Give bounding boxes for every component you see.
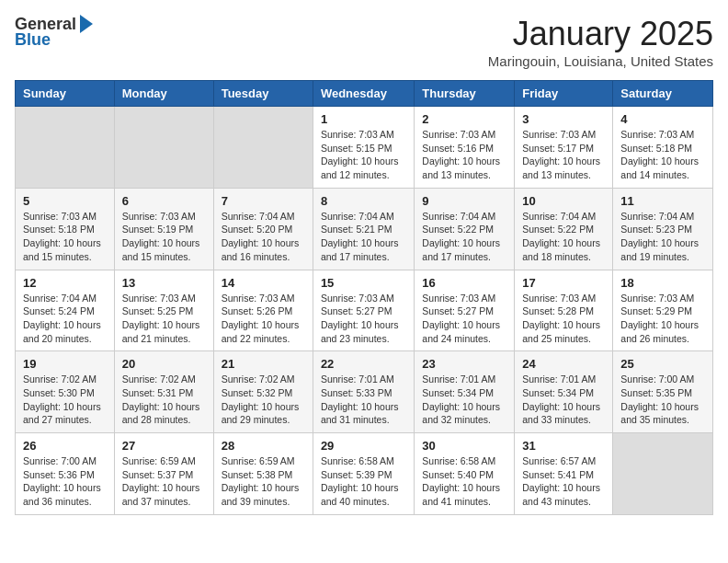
day-number: 5: [23, 194, 107, 208]
day-number: 24: [522, 357, 605, 371]
day-cell: 17Sunrise: 7:03 AMSunset: 5:28 PMDayligh…: [515, 270, 613, 351]
calendar-table: SundayMondayTuesdayWednesdayThursdayFrid…: [15, 80, 713, 515]
day-info: Sunrise: 7:03 AMSunset: 5:17 PMDaylight:…: [522, 128, 605, 182]
day-info: Sunrise: 7:03 AMSunset: 5:25 PMDaylight:…: [122, 292, 206, 346]
day-cell: 19Sunrise: 7:02 AMSunset: 5:30 PMDayligh…: [16, 351, 115, 433]
logo-arrow-icon: [80, 15, 93, 33]
day-number: 22: [321, 357, 406, 371]
day-cell: 1Sunrise: 7:03 AMSunset: 5:15 PMDaylight…: [313, 107, 414, 189]
day-cell: 16Sunrise: 7:03 AMSunset: 5:27 PMDayligh…: [415, 270, 515, 351]
day-cell: [16, 107, 115, 189]
header-row: SundayMondayTuesdayWednesdayThursdayFrid…: [16, 81, 713, 107]
day-number: 31: [522, 439, 605, 453]
day-number: 20: [122, 357, 206, 371]
day-cell: 2Sunrise: 7:03 AMSunset: 5:16 PMDaylight…: [415, 107, 515, 189]
day-info: Sunrise: 7:04 AMSunset: 5:22 PMDaylight:…: [522, 210, 605, 264]
day-info: Sunrise: 7:01 AMSunset: 5:34 PMDaylight:…: [422, 373, 506, 427]
day-cell: 27Sunrise: 6:59 AMSunset: 5:37 PMDayligh…: [114, 433, 213, 515]
day-info: Sunrise: 6:58 AMSunset: 5:40 PMDaylight:…: [422, 454, 506, 509]
day-info: Sunrise: 7:02 AMSunset: 5:30 PMDaylight:…: [23, 373, 107, 427]
day-number: 15: [321, 276, 406, 290]
day-number: 26: [23, 439, 107, 453]
day-info: Sunrise: 7:03 AMSunset: 5:16 PMDaylight:…: [422, 128, 506, 182]
day-info: Sunrise: 7:04 AMSunset: 5:20 PMDaylight:…: [222, 210, 305, 264]
day-info: Sunrise: 7:03 AMSunset: 5:15 PMDaylight:…: [321, 128, 406, 182]
day-cell: 3Sunrise: 7:03 AMSunset: 5:17 PMDaylight…: [515, 107, 613, 189]
logo-blue-text: Blue: [15, 30, 51, 50]
day-cell: 25Sunrise: 7:00 AMSunset: 5:35 PMDayligh…: [613, 351, 713, 433]
day-number: 27: [122, 439, 206, 453]
day-number: 2: [422, 112, 506, 126]
day-cell: 13Sunrise: 7:03 AMSunset: 5:25 PMDayligh…: [114, 270, 213, 351]
day-cell: 10Sunrise: 7:04 AMSunset: 5:22 PMDayligh…: [515, 188, 613, 270]
day-info: Sunrise: 7:03 AMSunset: 5:18 PMDaylight:…: [23, 210, 107, 264]
day-info: Sunrise: 7:01 AMSunset: 5:34 PMDaylight:…: [522, 373, 605, 427]
day-cell: 30Sunrise: 6:58 AMSunset: 5:40 PMDayligh…: [415, 433, 515, 515]
day-number: 7: [222, 194, 305, 208]
header-friday: Friday: [515, 81, 613, 107]
day-number: 17: [522, 276, 605, 290]
day-info: Sunrise: 7:03 AMSunset: 5:29 PMDaylight:…: [620, 292, 705, 346]
day-info: Sunrise: 7:03 AMSunset: 5:28 PMDaylight:…: [522, 292, 605, 346]
day-cell: 15Sunrise: 7:03 AMSunset: 5:27 PMDayligh…: [313, 270, 414, 351]
day-number: 19: [23, 357, 107, 371]
day-number: 9: [422, 194, 506, 208]
day-cell: 12Sunrise: 7:04 AMSunset: 5:24 PMDayligh…: [16, 270, 115, 351]
day-number: 10: [522, 194, 605, 208]
day-info: Sunrise: 7:02 AMSunset: 5:32 PMDaylight:…: [222, 373, 305, 427]
calendar-subtitle: Maringouin, Louisiana, United States: [488, 53, 713, 69]
day-number: 1: [321, 112, 406, 126]
week-row-3: 12Sunrise: 7:04 AMSunset: 5:24 PMDayligh…: [16, 270, 713, 351]
day-cell: 18Sunrise: 7:03 AMSunset: 5:29 PMDayligh…: [613, 270, 713, 351]
day-info: Sunrise: 6:57 AMSunset: 5:41 PMDaylight:…: [522, 454, 605, 509]
day-number: 12: [23, 276, 107, 290]
header-tuesday: Tuesday: [213, 81, 313, 107]
day-cell: 20Sunrise: 7:02 AMSunset: 5:31 PMDayligh…: [114, 351, 213, 433]
day-number: 16: [422, 276, 506, 290]
day-cell: 8Sunrise: 7:04 AMSunset: 5:21 PMDaylight…: [313, 188, 414, 270]
day-info: Sunrise: 7:04 AMSunset: 5:24 PMDaylight:…: [23, 292, 107, 346]
day-cell: 22Sunrise: 7:01 AMSunset: 5:33 PMDayligh…: [313, 351, 414, 433]
day-cell: 29Sunrise: 6:58 AMSunset: 5:39 PMDayligh…: [313, 433, 414, 515]
day-cell: 5Sunrise: 7:03 AMSunset: 5:18 PMDaylight…: [16, 188, 115, 270]
day-info: Sunrise: 7:04 AMSunset: 5:23 PMDaylight:…: [620, 210, 705, 264]
header-thursday: Thursday: [415, 81, 515, 107]
day-cell: 26Sunrise: 7:00 AMSunset: 5:36 PMDayligh…: [16, 433, 115, 515]
day-cell: 21Sunrise: 7:02 AMSunset: 5:32 PMDayligh…: [213, 351, 313, 433]
page-header: General Blue January 2025 Maringouin, Lo…: [15, 15, 713, 69]
day-info: Sunrise: 7:04 AMSunset: 5:22 PMDaylight:…: [422, 210, 506, 264]
day-cell: 28Sunrise: 6:59 AMSunset: 5:38 PMDayligh…: [213, 433, 313, 515]
day-number: 29: [321, 439, 406, 453]
day-cell: 23Sunrise: 7:01 AMSunset: 5:34 PMDayligh…: [415, 351, 515, 433]
day-number: 6: [122, 194, 206, 208]
day-number: 25: [620, 357, 705, 371]
logo: General Blue: [15, 15, 93, 50]
day-info: Sunrise: 7:03 AMSunset: 5:27 PMDaylight:…: [422, 292, 506, 346]
day-info: Sunrise: 7:02 AMSunset: 5:31 PMDaylight:…: [122, 373, 206, 427]
day-number: 18: [620, 276, 705, 290]
day-info: Sunrise: 7:00 AMSunset: 5:36 PMDaylight:…: [23, 454, 107, 509]
title-section: January 2025 Maringouin, Louisiana, Unit…: [488, 15, 713, 69]
day-info: Sunrise: 7:04 AMSunset: 5:21 PMDaylight:…: [321, 210, 406, 264]
day-cell: 9Sunrise: 7:04 AMSunset: 5:22 PMDaylight…: [415, 188, 515, 270]
day-info: Sunrise: 6:59 AMSunset: 5:37 PMDaylight:…: [122, 454, 206, 509]
day-info: Sunrise: 7:00 AMSunset: 5:35 PMDaylight:…: [620, 373, 705, 427]
day-info: Sunrise: 6:59 AMSunset: 5:38 PMDaylight:…: [222, 454, 305, 509]
day-cell: 7Sunrise: 7:04 AMSunset: 5:20 PMDaylight…: [213, 188, 313, 270]
day-cell: 24Sunrise: 7:01 AMSunset: 5:34 PMDayligh…: [515, 351, 613, 433]
day-number: 8: [321, 194, 406, 208]
day-info: Sunrise: 7:03 AMSunset: 5:27 PMDaylight:…: [321, 292, 406, 346]
day-number: 28: [222, 439, 305, 453]
header-wednesday: Wednesday: [313, 81, 414, 107]
day-number: 30: [422, 439, 506, 453]
day-info: Sunrise: 7:03 AMSunset: 5:18 PMDaylight:…: [620, 128, 705, 182]
week-row-2: 5Sunrise: 7:03 AMSunset: 5:18 PMDaylight…: [16, 188, 713, 270]
week-row-1: 1Sunrise: 7:03 AMSunset: 5:15 PMDaylight…: [16, 107, 713, 189]
day-info: Sunrise: 7:03 AMSunset: 5:26 PMDaylight:…: [222, 292, 305, 346]
header-monday: Monday: [114, 81, 213, 107]
header-sunday: Sunday: [16, 81, 115, 107]
day-cell: 14Sunrise: 7:03 AMSunset: 5:26 PMDayligh…: [213, 270, 313, 351]
header-saturday: Saturday: [613, 81, 713, 107]
day-info: Sunrise: 7:03 AMSunset: 5:19 PMDaylight:…: [122, 210, 206, 264]
day-cell: [613, 433, 713, 515]
